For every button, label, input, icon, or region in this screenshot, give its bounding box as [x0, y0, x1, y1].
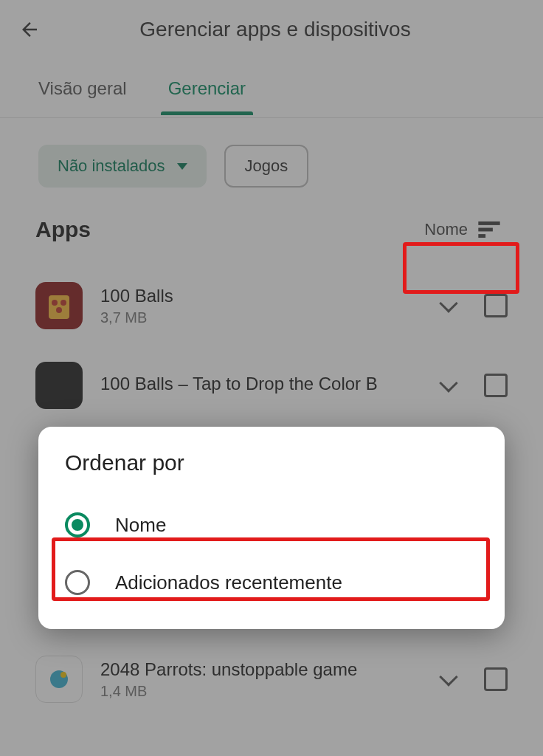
dialog-title: Ordenar por	[60, 450, 483, 475]
radio-checked-icon	[65, 512, 90, 537]
dialog-scrim[interactable]	[0, 0, 543, 756]
option-label: Adicionados recentemente	[115, 571, 342, 594]
sort-option-name[interactable]: Nome	[60, 496, 483, 554]
radio-unchecked-icon	[65, 570, 90, 595]
sort-option-recent[interactable]: Adicionados recentemente	[60, 554, 483, 611]
option-label: Nome	[115, 514, 166, 537]
sort-dialog: Ordenar por Nome Adicionados recentement…	[38, 427, 505, 629]
